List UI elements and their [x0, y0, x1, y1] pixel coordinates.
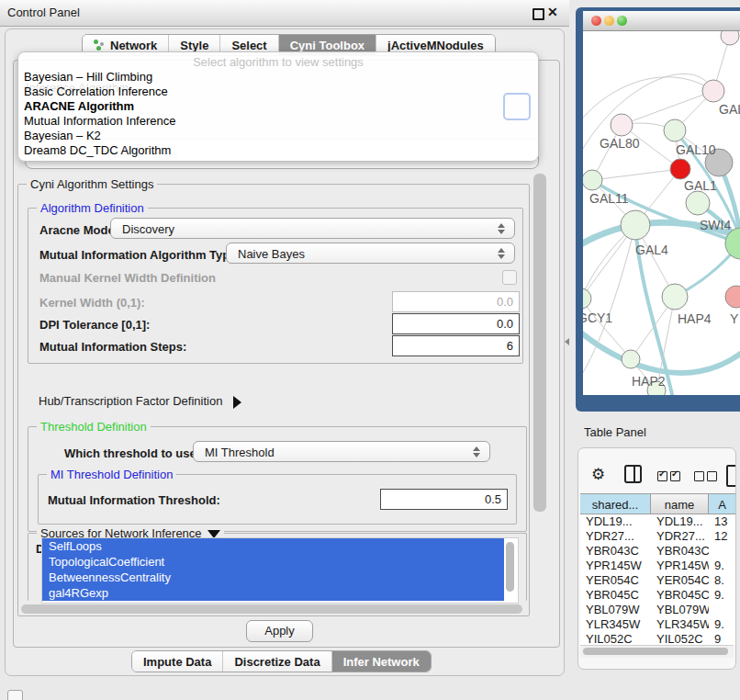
mi-steps-field[interactable]: 6	[392, 335, 520, 356]
node-label: GAL10	[676, 142, 716, 157]
node-gal1[interactable]	[670, 159, 690, 179]
algorithm-definition-group: Algorithm Definition Aracne Mode: Discov…	[28, 208, 523, 364]
table-cell: YBR045C	[580, 588, 651, 603]
node-gal10[interactable]	[664, 119, 686, 141]
network-window: GALGAL80GAL10GAL1GAL11SWI4GAL4GCY1HAP4YH…	[576, 7, 740, 412]
kernel-width-field[interactable]: 0.0	[392, 291, 520, 312]
aracne-mode-combo[interactable]: Discovery	[110, 218, 515, 239]
settings-vertical-scrollbar[interactable]	[533, 174, 546, 512]
node-gal4[interactable]	[621, 210, 650, 240]
which-threshold-label: Which threshold to use:	[64, 446, 200, 460]
node-hap2[interactable]	[622, 350, 640, 368]
control-panel-title: Control Panel	[7, 6, 80, 19]
table-row[interactable]: YLR345WYLR345W9.	[580, 617, 735, 632]
tab-discretize-data[interactable]: Discretize Data	[223, 651, 331, 672]
minimized-panel-icon[interactable]	[7, 690, 23, 700]
node-label: GAL1	[684, 178, 717, 193]
tab-impute-data[interactable]: Impute Data	[132, 651, 223, 672]
tab-label: Discretize Data	[234, 655, 320, 669]
attribute-item[interactable]: TopologicalCoefficient	[42, 554, 504, 570]
table-cell: YDR27...	[651, 529, 709, 544]
node-gal[interactable]	[702, 80, 724, 102]
column-header[interactable]: A	[709, 493, 736, 514]
kernel-width-label: Kernel Width (0,1):	[39, 296, 145, 310]
close-window-icon[interactable]	[591, 16, 601, 26]
deselect-all-checkboxes-icon[interactable]	[694, 469, 720, 482]
table-horizontal-scrollbar[interactable]	[580, 645, 734, 658]
node-label: GAL11	[589, 191, 629, 206]
attribute-item[interactable]: SelfLoops	[42, 538, 504, 554]
float-panel-icon[interactable]	[533, 8, 544, 20]
node-y[interactable]	[725, 286, 740, 308]
close-panel-icon[interactable]: ✕	[547, 5, 558, 19]
tab-label: Network	[110, 39, 157, 52]
table-row[interactable]: YIL052CYIL052C9	[580, 632, 735, 645]
algorithm-option[interactable]: Basic Correlation Inference	[24, 85, 168, 99]
attribute-item[interactable]: gal4RGexp	[42, 585, 504, 601]
app-root: Control Panel ✕ NetworkStyleSelectCyni T…	[0, 0, 740, 700]
algorithm-option[interactable]: Bayesian – K2	[24, 129, 101, 143]
mi-type-combo[interactable]: Naive Bayes	[226, 243, 515, 264]
cyni-settings-title: Cyni Algorithm Settings	[27, 177, 157, 191]
node-label: HAP4	[678, 311, 712, 326]
mi-steps-label: Mutual Information Steps:	[39, 340, 186, 354]
zoom-window-icon[interactable]	[617, 16, 627, 26]
attribute-item[interactable]: BetweennessCentrality	[42, 570, 504, 585]
table-row[interactable]: YBL079WYBL079W	[580, 603, 735, 617]
node-swi4[interactable]	[686, 191, 710, 215]
aracne-mode-label: Aracne Mode:	[39, 223, 118, 237]
minimize-window-icon[interactable]	[604, 16, 614, 26]
manual-kernel-checkbox[interactable]	[502, 270, 517, 285]
mi-threshold-label: Mutual Information Threshold:	[48, 493, 220, 507]
column-layout-icon[interactable]	[624, 465, 642, 483]
dpi-tolerance-field[interactable]: 0.0	[392, 313, 520, 334]
node-gal80[interactable]	[611, 114, 633, 136]
manual-kernel-label: Manual Kernel Width Definition	[39, 271, 216, 285]
column-header[interactable]: shared...	[580, 493, 651, 514]
node-label: GAL80	[600, 136, 640, 151]
network-canvas[interactable]: GALGAL80GAL10GAL1GAL11SWI4GAL4GCY1HAP4YH…	[583, 31, 740, 395]
table-cell: YDR27...	[580, 529, 651, 544]
data-attributes-list[interactable]: SelfLoopsTopologicalCoefficientBetweenne…	[41, 537, 519, 604]
node-gal11[interactable]	[583, 170, 602, 190]
tab-label: Cyni Toolbox	[290, 39, 364, 52]
which-threshold-combo[interactable]: MI Threshold	[193, 441, 490, 462]
gear-icon[interactable]: ⚙	[591, 465, 605, 484]
node-label: GAL4	[635, 243, 668, 257]
mi-threshold-field[interactable]: 0.5	[380, 489, 508, 510]
combo-arrows-icon	[498, 222, 506, 235]
algorithm-option[interactable]: Mutual Information Inference	[24, 114, 175, 129]
aracne-mode-value: Discovery	[122, 222, 174, 236]
algorithm-option[interactable]: Bayesian – Hill Climbing	[24, 70, 152, 85]
algorithm-option[interactable]: ARACNE Algorithm	[24, 99, 134, 114]
new-table-icon[interactable]	[726, 465, 736, 487]
table-row[interactable]: YBR045CYBR045C9.	[580, 588, 735, 603]
table-row[interactable]: YBR043CYBR043C	[580, 544, 735, 559]
hub-definition-toggle[interactable]: Hub/Transcription Factor Definition	[39, 394, 241, 409]
apply-button[interactable]: Apply	[246, 620, 313, 642]
algorithm-option[interactable]: Dream8 DC_TDC Algorithm	[24, 143, 171, 158]
table-row[interactable]: YER054CYER054C8.	[580, 573, 735, 588]
column-header[interactable]: name	[651, 493, 709, 514]
mi-threshold-title: MI Threshold Definition	[47, 468, 176, 481]
mi-type-label: Mutual Information Algorithm Type:	[39, 248, 241, 262]
table-row[interactable]: YPR145WYPR145W9.	[580, 559, 735, 573]
tab-label: Select	[231, 39, 266, 52]
table-cell: YDL19...	[580, 514, 651, 529]
table-row[interactable]: YDR27...YDR27...12	[580, 529, 735, 544]
background-focused-combo	[503, 93, 531, 120]
table-row[interactable]: YDL19...YDL19...13	[580, 514, 735, 529]
node-hap4[interactable]	[662, 284, 688, 310]
divider-collapse-icon[interactable]	[565, 338, 569, 345]
table-cell: 8.	[709, 573, 735, 588]
attributes-scrollbar[interactable]	[506, 542, 514, 592]
node-gcy1[interactable]	[583, 288, 591, 309]
node[interactable]	[721, 31, 739, 45]
settings-horizontal-scrollbar[interactable]	[21, 604, 522, 614]
threshold-definition-group: Threshold Definition Which threshold to …	[28, 426, 527, 532]
control-panel-titlebar: Control Panel ✕	[0, 0, 569, 27]
tab-infer-network[interactable]: Infer Network	[332, 651, 431, 672]
table-cell: YDL19...	[651, 514, 709, 529]
select-all-checkboxes-icon[interactable]	[657, 469, 683, 482]
tab-label: jActiveMNodules	[387, 39, 484, 52]
